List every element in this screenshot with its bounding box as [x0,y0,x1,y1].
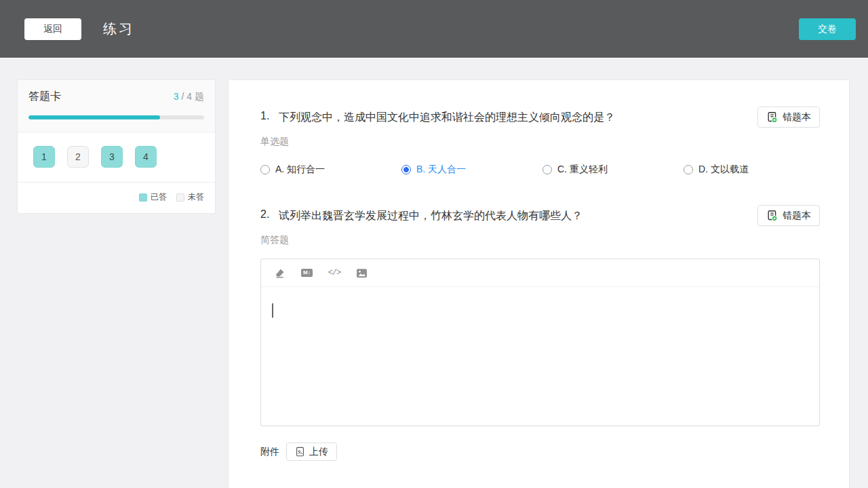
options-row: A. 知行合一B. 天人合一C. 重义轻利D. 文以载道 [260,164,820,176]
radio-icon [542,165,552,174]
answered-count: 3 [174,91,179,102]
upload-label: 上传 [309,446,328,458]
back-button[interactable]: 返回 [24,18,81,40]
page-title: 练习 [103,20,134,38]
submit-button[interactable]: 交卷 [799,18,856,40]
wrongbook-button[interactable]: 错题本 [757,107,820,128]
radio-icon [684,165,693,174]
question-1: 1. 下列观念中，造成中国文化中追求和谐社会的理想主义倾向观念的是？ 错题本 单… [260,110,820,176]
option-label: C. 重义轻利 [557,164,608,176]
radio-option-D[interactable]: D. 文以载道 [684,164,749,176]
question-number-button-2[interactable]: 2 [67,146,89,168]
wrongbook-icon [766,210,778,221]
attachment-label: 附件 [260,446,279,458]
answer-editor[interactable]: M↓ </> [260,259,820,426]
upload-button[interactable]: 上传 [286,443,337,461]
legend-label: 未答 [188,191,204,203]
answer-progress-count: 3 / 4 题 [174,91,204,103]
wrongbook-label: 错题本 [783,111,811,124]
answered-swatch-icon [139,193,147,202]
answer-card: 答题卡 3 / 4 题 1234 已答未答 [17,79,216,214]
question-number-grid: 1234 [18,132,215,183]
wrongbook-button[interactable]: 错题本 [757,205,820,226]
question-number-button-3[interactable]: 3 [101,146,123,168]
option-label: D. 文以载道 [698,164,749,176]
radio-icon [260,165,270,174]
progress-fill [28,115,160,119]
wrongbook-icon [766,111,778,123]
question-number-button-1[interactable]: 1 [33,146,55,168]
answer-card-header: 答题卡 3 / 4 题 [18,80,215,132]
image-icon[interactable] [356,268,368,278]
radio-option-A[interactable]: A. 知行合一 [260,164,401,176]
option-label: B. 天人合一 [416,164,466,176]
question-2: 2. 试列举出魏晋玄学发展过程中，竹林玄学的代表人物有哪些人？ 错题本 简答题 [260,208,820,461]
question-title: 试列举出魏晋玄学发展过程中，竹林玄学的代表人物有哪些人？ [279,208,757,223]
legend: 已答未答 [18,183,215,213]
question-panel: 1. 下列观念中，造成中国文化中追求和谐社会的理想主义倾向观念的是？ 错题本 单… [228,79,850,488]
text-cursor [272,303,273,318]
question-number-button-4[interactable]: 4 [135,146,157,168]
legend-item: 未答 [176,191,204,203]
question-type-label: 单选题 [260,136,820,148]
option-label: A. 知行合一 [275,164,325,176]
markdown-icon[interactable]: M↓ [301,269,313,277]
legend-item: 已答 [139,191,167,203]
content-area: 答题卡 3 / 4 题 1234 已答未答 1. 下列观念中，造成中国文化中追求… [0,58,868,488]
editor-toolbar: M↓ </> [261,259,819,287]
question-number: 2. [260,208,279,221]
answer-card-title: 答题卡 [28,90,61,104]
total-count: / 4 题 [179,91,204,102]
radio-icon [401,165,411,174]
app-header: 返回 练习 交卷 [0,0,868,58]
unanswered-swatch-icon [176,193,184,202]
progress-bar [28,115,204,119]
eraser-icon[interactable] [274,267,285,279]
code-icon[interactable]: </> [328,268,341,278]
upload-file-icon [295,447,305,457]
wrongbook-label: 错题本 [783,210,811,222]
editor-content[interactable] [261,287,819,334]
radio-option-B[interactable]: B. 天人合一 [401,164,542,176]
question-type-label: 简答题 [260,234,820,246]
legend-label: 已答 [151,191,167,203]
question-title: 下列观念中，造成中国文化中追求和谐社会的理想主义倾向观念的是？ [279,110,757,125]
question-number: 1. [260,110,279,122]
radio-option-C[interactable]: C. 重义轻利 [542,164,684,176]
